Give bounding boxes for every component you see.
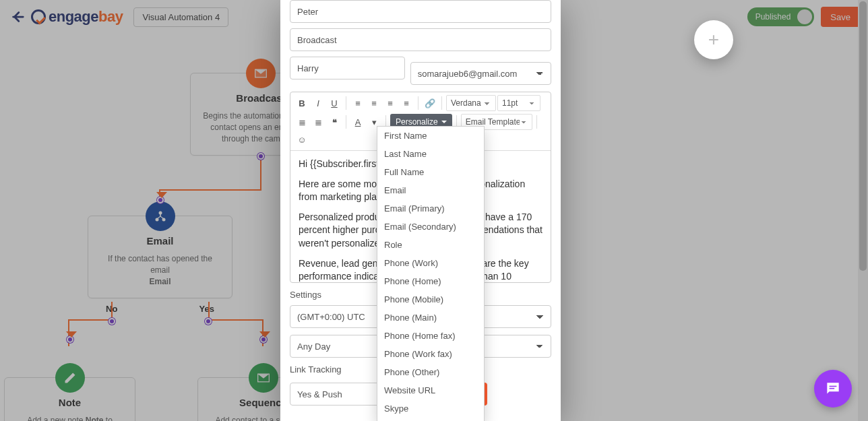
list-ordered-icon[interactable]: ≣ — [294, 114, 309, 130]
bold-icon[interactable]: B — [294, 95, 309, 111]
name-input[interactable] — [290, 0, 551, 23]
personalize-dropdown[interactable]: First NameLast NameFull NameEmailEmail (… — [377, 126, 485, 421]
personalize-option[interactable]: Phone (Mobile) — [377, 290, 484, 309]
svg-rect-6 — [830, 388, 835, 389]
subject-input[interactable] — [290, 28, 551, 51]
underline-icon[interactable]: U — [327, 95, 342, 111]
personalize-option[interactable]: Last Name — [377, 145, 484, 163]
align-right-icon[interactable]: ≡ — [383, 95, 398, 111]
chat-button[interactable] — [814, 370, 852, 408]
personalize-option[interactable]: Phone (Work) — [377, 254, 484, 272]
add-node-button[interactable]: + — [694, 20, 733, 59]
personalize-option[interactable]: Email — [377, 181, 484, 199]
text-color-icon[interactable]: A — [350, 114, 365, 130]
personalize-option[interactable]: Phone (Work fax) — [377, 345, 484, 363]
personalize-option[interactable]: Skype — [377, 399, 484, 418]
personalize-option[interactable]: Phone (Other) — [377, 363, 484, 381]
align-left-icon[interactable]: ≡ — [350, 95, 365, 111]
link-icon[interactable]: 🔗 — [423, 95, 437, 111]
font-size-select[interactable]: 11pt — [497, 95, 540, 111]
plus-icon: + — [708, 30, 719, 49]
personalize-option[interactable]: Website URL — [377, 381, 484, 399]
personalize-option[interactable]: Email (Secondary) — [377, 218, 484, 236]
font-family-select[interactable]: Verdana — [446, 95, 496, 111]
italic-icon[interactable]: I — [311, 95, 326, 111]
quote-icon[interactable]: ❝ — [327, 114, 342, 130]
from-name-input[interactable] — [290, 57, 405, 79]
personalize-option[interactable]: Email (Primary) — [377, 199, 484, 218]
time-select[interactable] — [473, 335, 551, 358]
personalize-option[interactable]: Phone (Home) — [377, 272, 484, 290]
personalize-option[interactable]: Twitter — [377, 418, 484, 421]
personalize-option[interactable]: Full Name — [377, 163, 484, 181]
personalize-option[interactable]: Role — [377, 236, 484, 254]
chat-icon — [824, 380, 842, 397]
list-unordered-icon[interactable]: ≣ — [311, 114, 326, 130]
align-justify-icon[interactable]: ≡ — [399, 95, 414, 111]
from-email-select[interactable]: somarajueb6@gmail.com — [410, 62, 551, 85]
personalize-option[interactable]: Phone (Main) — [377, 309, 484, 327]
emoji-icon[interactable]: ☺ — [294, 131, 309, 148]
svg-rect-5 — [830, 386, 837, 387]
personalize-option[interactable]: First Name — [377, 127, 484, 145]
personalize-option[interactable]: Phone (Home fax) — [377, 327, 484, 345]
align-center-icon[interactable]: ≡ — [367, 95, 381, 111]
